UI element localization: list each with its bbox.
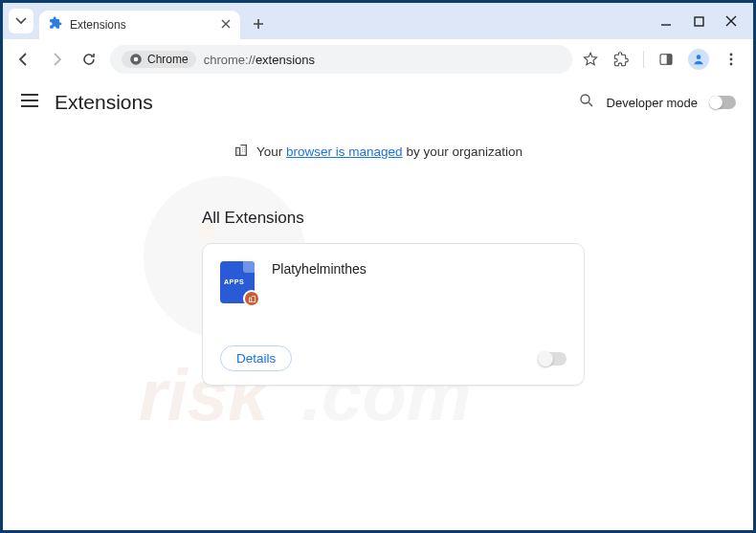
reload-icon xyxy=(81,52,97,67)
reload-button[interactable] xyxy=(78,48,100,71)
svg-rect-7 xyxy=(695,17,703,26)
section-title: All Extensions xyxy=(202,209,736,228)
panel-icon xyxy=(658,52,674,67)
address-bar[interactable]: Chrome chrome://extensions xyxy=(110,45,572,74)
chip-label: Chrome xyxy=(147,53,189,66)
search-button[interactable] xyxy=(578,92,595,113)
page-title: Extensions xyxy=(55,91,153,114)
close-window-button[interactable] xyxy=(724,14,738,28)
managed-link[interactable]: browser is managed xyxy=(286,144,403,159)
minimize-button[interactable] xyxy=(659,14,673,28)
managed-badge-icon xyxy=(243,290,260,307)
bookmark-button[interactable] xyxy=(582,52,599,67)
profile-button[interactable] xyxy=(688,49,709,70)
tab-title: Extensions xyxy=(70,18,213,32)
forward-button[interactable] xyxy=(45,48,68,71)
arrow-left-icon xyxy=(16,52,32,67)
url-text: chrome://extensions xyxy=(204,53,315,67)
toolbar: Chrome chrome://extensions xyxy=(3,39,753,79)
extension-enable-toggle[interactable] xyxy=(538,352,567,366)
star-icon xyxy=(583,52,598,67)
window-controls xyxy=(659,14,747,28)
tab-search-button[interactable] xyxy=(9,9,33,33)
svg-rect-11 xyxy=(667,55,672,65)
extensions-page: Extensions Developer mode Your browser i… xyxy=(3,79,753,530)
person-icon xyxy=(692,53,705,66)
sidepanel-button[interactable] xyxy=(657,52,675,67)
chevron-down-icon xyxy=(15,15,27,27)
page-header: Extensions Developer mode xyxy=(20,91,736,114)
search-icon xyxy=(578,92,595,109)
svg-point-16 xyxy=(581,95,589,103)
extension-name: Platyhelminthes xyxy=(272,261,367,277)
managed-text: Your browser is managed by your organiza… xyxy=(256,144,523,159)
back-button[interactable] xyxy=(12,48,35,71)
svg-point-12 xyxy=(697,55,701,59)
developer-mode-label: Developer mode xyxy=(607,96,698,110)
hamburger-icon xyxy=(20,93,39,108)
browser-tab[interactable]: Extensions xyxy=(39,11,240,39)
svg-point-13 xyxy=(730,54,733,56)
svg-point-9 xyxy=(134,57,139,62)
developer-mode-toggle[interactable] xyxy=(709,96,736,109)
chrome-chip: Chrome xyxy=(122,51,196,68)
arrow-right-icon xyxy=(49,52,64,67)
details-button[interactable]: Details xyxy=(220,345,292,371)
main-menu-button[interactable] xyxy=(20,93,39,112)
extension-card: APPS Platyhelminthes Details xyxy=(202,243,585,386)
svg-point-14 xyxy=(730,58,733,61)
close-icon[interactable] xyxy=(221,18,231,32)
maximize-button[interactable] xyxy=(692,14,705,28)
puzzle-icon xyxy=(613,52,629,67)
building-icon xyxy=(233,143,249,161)
plus-icon xyxy=(253,18,264,30)
toolbar-right xyxy=(582,49,744,70)
menu-button[interactable] xyxy=(723,53,740,66)
extensions-button[interactable] xyxy=(612,52,630,67)
puzzle-icon xyxy=(49,16,62,33)
separator xyxy=(643,51,644,68)
extension-icon: APPS xyxy=(220,261,255,303)
developer-mode-row: Developer mode xyxy=(578,92,736,113)
new-tab-button[interactable] xyxy=(246,11,271,36)
svg-point-15 xyxy=(730,63,733,66)
kebab-icon xyxy=(724,53,738,66)
tab-bar: Extensions xyxy=(3,3,753,39)
managed-browser-notice: Your browser is managed by your organiza… xyxy=(20,143,736,161)
chrome-icon xyxy=(129,53,143,66)
extension-icon-label: APPS xyxy=(224,278,244,285)
